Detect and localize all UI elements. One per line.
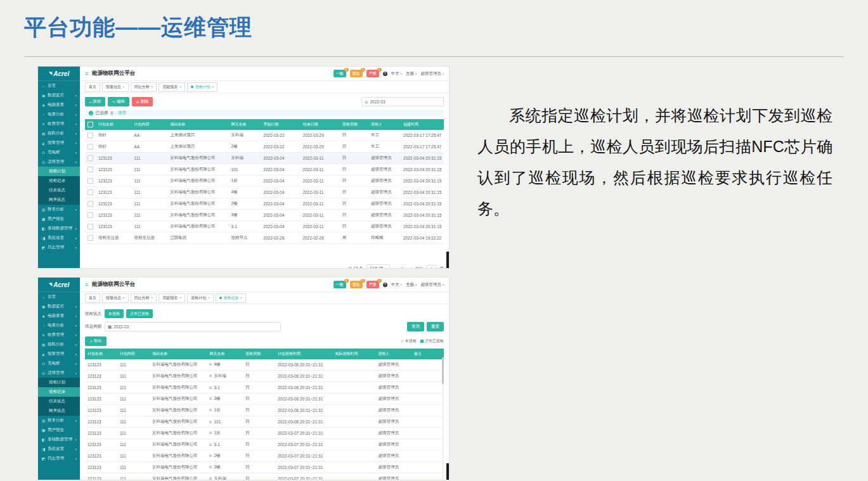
help-icon[interactable]: ? [383,283,387,287]
add-button[interactable]: +添加 [85,97,105,106]
month-picker-input[interactable]: ▦ 2022-03 [361,97,444,106]
row-checkbox[interactable] [87,235,93,241]
sidebar-subitem-巡检记录[interactable]: 巡检记录 [38,387,80,397]
sidebar-item-充电桩[interactable]: ⊡充电桩▾ [38,148,80,157]
row-checkbox[interactable] [87,167,93,172]
table-row[interactable]: 123123111安科瑞电气股份有限公司1层2022-03-042022-03-… [85,176,444,187]
sidebar-item-报警管理[interactable]: ◭报警管理▾ [38,138,80,148]
prev-page-arrow[interactable]: ‹ [393,267,397,268]
goto-page-input[interactable]: 1 [427,265,437,268]
tab-首页[interactable]: 首页 [85,82,100,92]
table-row[interactable]: 你好AA上海测试项目安科瑞2022-03-222022-03-29日常工2022… [85,130,444,141]
close-tab-icon[interactable]: × [151,296,153,300]
row-checkbox[interactable] [87,155,93,161]
select-all-checkbox[interactable] [87,122,93,127]
close-tab-icon[interactable]: × [179,85,181,89]
sidebar-item-能耗分析[interactable]: ▤能耗分析▾ [38,129,80,138]
alarm-badge-一般[interactable]: 一般0 [334,70,346,77]
sidebar-item-日志管理[interactable]: ◩日志管理▾ [38,243,80,252]
table-scrollbar[interactable] [442,357,444,480]
row-checkbox[interactable] [87,132,93,138]
table-row[interactable]: 巡检变压器巡检变压器江阴集团巡检节点2022-02-282022-02-28周韩… [85,233,444,244]
row-checkbox[interactable] [87,201,93,207]
reset-button[interactable]: 重置 [427,322,444,331]
help-icon[interactable]: ? [383,72,387,76]
sidebar-subitem-仪表状态[interactable]: 仪表状态 [38,186,80,195]
row-checkbox[interactable] [87,178,93,184]
table-row[interactable]: 123123111安科瑞电气股份有限公司101日2022-03-06 20:31… [85,416,444,428]
sidebar-subitem-巡检计划[interactable]: 巡检计划 [38,167,80,176]
page-number-1[interactable]: 1 [399,267,405,268]
scrollbar-thumb[interactable] [446,463,449,480]
sidebar-item-用户报告[interactable]: ▦用户报告 [38,425,80,435]
sidebar-item-首页[interactable]: ⌂首页 [38,292,80,302]
clear-selection-link[interactable]: 清空 [118,110,126,116]
scrollbar-thumb[interactable] [446,252,449,268]
table-row[interactable]: 123123111安科瑞电气股份有限公司3楼日2022-03-06 20:31~… [85,394,444,405]
sidebar-subitem-网关状态[interactable]: 网关状态 [38,406,80,416]
theme-select[interactable]: 主题▾ [406,71,417,77]
table-row[interactable]: 123123111安科瑞电气股份有限公司安科瑞2022-03-042022-03… [85,153,444,164]
sidebar-item-运维管理[interactable]: ◎运维管理▾ [38,157,80,167]
close-tab-icon[interactable]: × [179,296,181,300]
sidebar-item-财务分析[interactable]: ▥财务分析▾ [38,416,80,425]
sidebar-item-电能质量[interactable]: ◈电能质量▾ [38,311,80,321]
tab-首页[interactable]: 首页 [85,293,100,303]
row-checkbox[interactable] [87,144,93,150]
sidebar-item-电能质量[interactable]: ◈电能质量▾ [38,100,80,110]
sidebar-item-数据监控[interactable]: ◉数据监控▾ [38,91,80,100]
sidebar-item-首页[interactable]: ⌂首页 [38,81,80,91]
sidebar-subitem-巡检记录[interactable]: 巡检记录 [38,176,80,186]
export-button[interactable]: ↗导出 [85,337,107,346]
sidebar-item-报警管理[interactable]: ◭报警管理▾ [38,349,80,359]
alarm-badge-紧急[interactable]: 紧急0 [350,281,363,288]
table-row[interactable]: 123123111安科瑞电气股份有限公司4楼2022-03-042022-03-… [85,187,444,198]
alarm-badge-严重[interactable]: 严重1 [366,281,379,288]
table-row[interactable]: 123123111安科瑞电气股份有限公司安科瑞日2022-03-06 20:31… [85,371,444,382]
search-button[interactable]: 查询 [407,322,424,331]
page-size-select[interactable]: 10条/页▾ [366,264,390,268]
table-row[interactable]: 123123111安科瑞电气股份有限公司1012022-03-042022-03… [85,164,444,176]
table-row[interactable]: 你好AA上海测试项目2楼2022-03-222022-03-29日常工2022-… [85,141,444,153]
next-page-arrow[interactable]: › [408,267,411,268]
sidebar-item-能耗分析[interactable]: ▤能耗分析▾ [38,340,80,349]
close-tab-icon[interactable]: × [151,85,153,89]
tab-巡检计划[interactable]: 巡检计划× [187,82,217,92]
alarm-badge-紧急[interactable]: 紧急0 [350,70,363,77]
menu-toggle-icon[interactable]: ≡ [85,281,88,288]
language-select[interactable]: 中文▾ [391,282,402,288]
close-tab-icon[interactable]: × [123,296,125,300]
table-row[interactable]: 123123111安科瑞电气股份有限公司2楼2022-03-042022-03-… [85,198,444,210]
row-checkbox[interactable] [87,189,93,195]
table-row[interactable]: 123123111安科瑞电气股份有限公司3-1日2022-03-06 20:31… [85,382,444,394]
table-row[interactable]: 123123111安科瑞电气股份有限公司4楼日2022-03-06 20:31~… [85,359,444,371]
sidebar-item-财务分析[interactable]: ▥财务分析▾ [38,205,80,214]
table-row[interactable]: 123123111安科瑞电气股份有限公司3楼2022-03-042022-03-… [85,210,444,221]
table-row[interactable]: 123123111安科瑞电气股份有限公司3楼日2022-03-07 20:31~… [85,462,444,473]
sidebar-item-系统设置[interactable]: ◨系统设置▾ [38,444,80,454]
user-menu[interactable]: 超级管理员▾ [420,71,444,77]
delete-button[interactable]: ⊗删除 [132,97,153,106]
edit-button[interactable]: ✎编辑 [108,97,129,106]
table-row[interactable]: 123123111安科瑞电气股份有限公司3-1日2022-03-07 20:31… [85,439,444,451]
tab-报警信息[interactable]: 报警信息× [102,82,129,92]
close-tab-icon[interactable]: × [208,296,210,300]
sidebar-item-电量分析[interactable]: ◔电量分析▾ [38,321,80,330]
status-chip-正常已巡检[interactable]: 正常已巡检 [126,309,153,318]
theme-select[interactable]: 主题▾ [406,282,417,288]
sidebar-item-运维管理[interactable]: ◎运维管理▾ [38,368,80,378]
sidebar-item-收费管理[interactable]: ¥收费管理▾ [38,330,80,340]
table-row[interactable]: 123123111安科瑞电气股份有限公司3-12022-03-042022-03… [85,221,444,233]
language-select[interactable]: 中文▾ [391,71,402,77]
sidebar-item-系统设置[interactable]: ◨系统设置▾ [38,233,80,243]
status-chip-未巡检[interactable]: 未巡检 [105,309,124,318]
tab-同比分析[interactable]: 同比分析× [131,82,157,92]
tab-巡检计划[interactable]: 巡检计划× [187,293,214,303]
table-row[interactable]: 123123111安科瑞电气股份有限公司1层日2022-03-07 20:31~… [85,428,444,439]
table-row[interactable]: 123123111安科瑞电气股份有限公司1层日2022-03-06 20:31~… [85,405,444,416]
tab-巡检记录[interactable]: 巡检记录× [216,293,246,303]
sidebar-item-日志管理[interactable]: ◩日志管理▾ [38,454,80,463]
sidebar-item-数据监控[interactable]: ◉数据监控▾ [38,302,80,311]
tab-报警信息[interactable]: 报警信息× [102,293,129,303]
row-checkbox[interactable] [87,224,93,229]
